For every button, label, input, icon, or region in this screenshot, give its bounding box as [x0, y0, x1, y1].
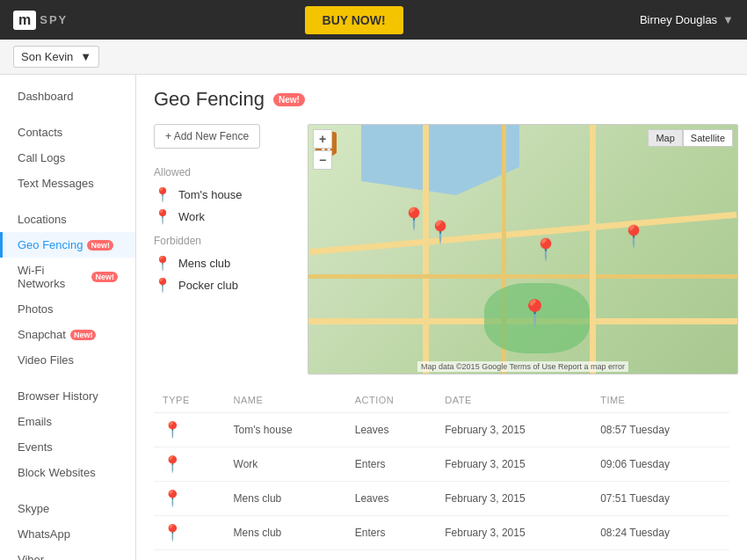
sidebar-item-label: Block Websites	[18, 466, 96, 479]
row-time: 09:06 Tuesday	[591, 447, 729, 482]
sidebar-item-label: Events	[18, 440, 53, 454]
new-badge: New!	[91, 272, 118, 282]
sidebar-item-text-messages[interactable]: Text Messages	[0, 171, 135, 196]
sidebar-item-label: Emails	[18, 415, 52, 428]
fence-name: Tom's house	[178, 188, 243, 201]
page-title: Geo Fencing New!	[154, 88, 729, 111]
allowed-label: Allowed	[154, 166, 294, 178]
sidebar-item-label: Video Files	[18, 353, 74, 367]
row-name: Work	[225, 447, 346, 482]
row-date: February 3, 2015	[436, 413, 591, 447]
row-time: 07:51 Tuesday	[591, 482, 729, 516]
map-road-h2	[308, 274, 737, 279]
sidebar: Dashboard Contacts Call Logs Text Messag…	[0, 75, 136, 560]
sidebar-item-label: Text Messages	[18, 177, 94, 190]
header: m SPY BUY NOW! Birney Douglas ▼	[0, 0, 747, 40]
sidebar-item-label: Locations	[18, 213, 67, 226]
zoom-out-button[interactable]: −	[313, 150, 332, 170]
fence-name: Mens club	[178, 257, 230, 270]
sidebar-item-label: Call Logs	[18, 151, 65, 164]
row-time: 08:57 Tuesday	[591, 413, 729, 447]
row-action: Leaves	[346, 413, 437, 447]
sidebar-item-dashboard[interactable]: Dashboard	[0, 84, 135, 109]
buy-now-button[interactable]: BUY NOW!	[305, 6, 403, 34]
table-row: 📍 Mens club Leaves February 3, 2015 07:5…	[154, 482, 729, 516]
satellite-view-button[interactable]: Satellite	[683, 129, 733, 147]
sidebar-item-label: WhatsApp	[18, 527, 70, 541]
sidebar-item-skype[interactable]: Skype	[0, 496, 135, 521]
row-action: Enters	[346, 516, 437, 550]
row-date: February 3, 2015	[436, 516, 591, 550]
sidebar-item-events[interactable]: Events	[0, 434, 135, 460]
sidebar-item-wifi-networks[interactable]: Wi-Fi Networks New!	[0, 258, 135, 296]
sub-header: Son Kevin ▼	[0, 40, 747, 75]
map-pin-green-1: 📍	[533, 239, 559, 260]
row-type: 📍	[154, 447, 225, 482]
map-pin-red-2: 📍	[427, 222, 453, 243]
sidebar-item-block-websites[interactable]: Block Websites	[0, 460, 135, 485]
row-action: Leaves	[346, 482, 437, 516]
forbidden-fence-2[interactable]: 📍 Pocker club	[154, 274, 294, 296]
sidebar-item-label: Viber	[18, 553, 44, 560]
map-pin-green-2: 📍	[519, 301, 550, 325]
fence-events-table: TYPE NAME ACTION DATE TIME 📍 Tom's house…	[154, 388, 729, 550]
col-time: TIME	[591, 388, 729, 413]
fence-name: Pocker club	[178, 279, 238, 292]
sidebar-item-label: Contacts	[18, 126, 62, 139]
sidebar-item-viber[interactable]: Viber	[0, 547, 135, 560]
map-type-buttons: Map Satellite	[648, 129, 733, 147]
logo-spy: SPY	[40, 13, 68, 26]
table-row: 📍 Tom's house Leaves February 3, 2015 08…	[154, 413, 729, 447]
red-pin-icon: 📍	[154, 255, 171, 272]
user-info: Birney Douglas ▼	[640, 13, 734, 26]
user-dropdown-arrow[interactable]: ▼	[722, 13, 734, 26]
user-select-arrow: ▼	[80, 50, 91, 63]
map-view-button[interactable]: Map	[648, 129, 682, 147]
map-road-v1	[423, 125, 429, 374]
map-pin-red-1: 📍	[401, 208, 427, 229]
logo-m: m	[13, 11, 36, 30]
row-date: February 3, 2015	[436, 482, 591, 516]
sidebar-item-snapchat[interactable]: Snapchat New!	[0, 322, 135, 347]
sidebar-item-video-files[interactable]: Video Files	[0, 347, 135, 373]
col-date: DATE	[436, 388, 591, 413]
sidebar-item-label: Skype	[18, 502, 49, 515]
content-row: + Add New Fence Allowed 📍 Tom's house 📍 …	[154, 124, 729, 375]
allowed-fence-1[interactable]: 📍 Tom's house	[154, 184, 294, 206]
new-badge: New!	[87, 240, 113, 251]
map-controls: + −	[313, 129, 332, 170]
sidebar-item-browser-history[interactable]: Browser History	[0, 383, 135, 409]
map-background: 📍 📍 📍 📍 📍 + − Map Satellite	[308, 125, 737, 374]
row-action: Enters	[346, 447, 437, 482]
green-pin-icon: 📍	[154, 208, 171, 225]
sidebar-item-label: Photos	[18, 302, 53, 316]
logo: m SPY	[13, 11, 68, 30]
row-time: 08:24 Tuesday	[591, 516, 729, 550]
allowed-fence-2[interactable]: 📍 Work	[154, 206, 294, 228]
sidebar-item-whatsapp[interactable]: WhatsApp	[0, 521, 135, 547]
sidebar-item-geo-fencing[interactable]: Geo Fencing New!	[0, 232, 135, 258]
row-type: 📍	[154, 482, 225, 516]
sidebar-item-emails[interactable]: Emails	[0, 409, 135, 434]
row-date: February 3, 2015	[436, 447, 591, 482]
sidebar-item-photos[interactable]: Photos	[0, 296, 135, 322]
sidebar-item-label: Wi-Fi Networks	[18, 264, 87, 290]
user-selector[interactable]: Son Kevin ▼	[13, 46, 99, 68]
new-badge: New!	[70, 330, 97, 340]
sidebar-item-contacts[interactable]: Contacts	[0, 120, 135, 145]
sidebar-item-label: Browser History	[18, 389, 98, 403]
add-fence-button[interactable]: + Add New Fence	[154, 124, 260, 149]
col-action: ACTION	[346, 388, 437, 413]
zoom-in-button[interactable]: +	[313, 129, 332, 149]
main-layout: Dashboard Contacts Call Logs Text Messag…	[0, 75, 747, 560]
sidebar-item-label: Dashboard	[18, 90, 74, 103]
map-water	[361, 125, 519, 195]
forbidden-fence-1[interactable]: 📍 Mens club	[154, 252, 294, 274]
map-container: 📍 📍 📍 📍 📍 + − Map Satellite	[308, 124, 738, 375]
sidebar-item-locations[interactable]: Locations	[0, 207, 135, 232]
sidebar-item-call-logs[interactable]: Call Logs	[0, 145, 135, 171]
fence-name: Work	[178, 210, 205, 223]
row-type: 📍	[154, 516, 225, 550]
sidebar-item-label: Snapchat	[18, 328, 66, 341]
col-name: NAME	[225, 388, 346, 413]
